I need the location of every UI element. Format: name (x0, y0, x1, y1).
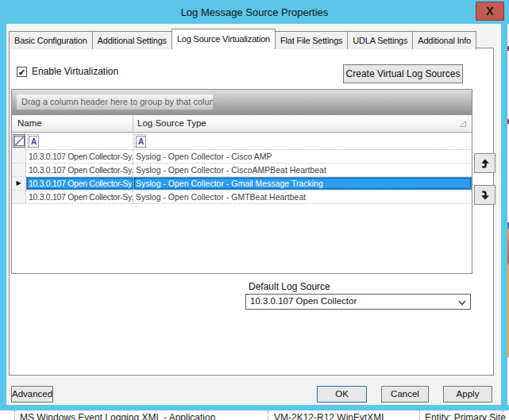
background-column-separator (503, 410, 503, 420)
ok-button[interactable]: OK (317, 386, 367, 403)
apply-button[interactable]: Apply (443, 386, 492, 403)
group-by-hint: Drag a column header here to group by th… (17, 94, 213, 110)
advanced-button[interactable]: Advanced (11, 386, 53, 403)
close-icon: X (486, 5, 493, 17)
tab-log-source-virtualization[interactable]: Log Source Virtualization (172, 29, 276, 49)
background-host-path: VM-2K12-R12 WinEvtXML (274, 412, 387, 420)
row-selector[interactable] (12, 164, 26, 176)
tab-basic-configuration[interactable]: Basic Configuration (9, 31, 93, 49)
dialog-titlebar[interactable]: Log Message Source Properties (0, 0, 509, 24)
sort-ascending-icon (460, 121, 466, 127)
group-by-bar[interactable]: Drag a column header here to group by th… (12, 90, 472, 115)
row-selector[interactable] (12, 191, 26, 203)
name-text-filter-icon[interactable]: A (27, 134, 39, 148)
column-header-name[interactable]: Name (17, 118, 42, 128)
current-row-marker-icon[interactable]: ▶ (12, 177, 26, 190)
dialog-border-right (501, 24, 507, 405)
arrow-down-icon (479, 190, 492, 201)
background-column-separator (268, 410, 268, 420)
tab-flat-file-settings[interactable]: Flat File Settings (275, 31, 348, 49)
row-log-source-type-cell[interactable]: Syslog - Open Collector - CiscoAMPBeat H… (133, 164, 472, 176)
close-button[interactable]: X (476, 2, 504, 21)
row-name-cell[interactable]: 10.3.0.107 Open Collector-Sy... (26, 191, 133, 203)
row-name-cell[interactable]: 10.3.0.107 Open Collector-Sy... (26, 150, 133, 163)
row-log-source-type-cell[interactable]: Syslog - Open Collector - GMTBeat Heartb… (133, 191, 472, 203)
move-down-button[interactable] (474, 185, 496, 205)
dialog-border-bottom (0, 405, 509, 410)
log-source-row[interactable]: 10.3.0.107 Open Collector-Sy...Syslog - … (12, 191, 472, 204)
background-column-separator (419, 410, 420, 420)
dialog-title: Log Message Source Properties (181, 6, 329, 18)
tab-additional-settings[interactable]: Additional Settings (92, 31, 172, 49)
log-source-row[interactable]: 10.3.0.107 Open Collector-Sy...Syslog - … (12, 164, 472, 177)
move-up-button[interactable] (474, 153, 496, 173)
default-log-source-value: 10.3.0.107 Open Collector (250, 296, 357, 306)
row-log-source-type-cell[interactable]: Syslog - Open Collector - Cisco AMP (133, 150, 472, 163)
background-log-source-type: MS Windows Event Logging XML - Applicati… (20, 412, 215, 420)
default-log-source-dropdown[interactable]: 10.3.0.107 Open Collector (245, 294, 471, 310)
row-name-cell[interactable]: 10.3.0.107 Open Collector-Sy... (26, 164, 133, 176)
background-entity: Entity: Primary Site Host (425, 412, 509, 420)
create-virtual-log-sources-button[interactable]: Create Virtual Log Sources (343, 64, 463, 83)
tab-strip: Basic ConfigurationAdditional SettingsLo… (9, 29, 476, 49)
log-source-row[interactable]: ▶10.3.0.107 Open Collector-Sy...Syslog -… (12, 177, 472, 191)
arrow-up-icon (479, 158, 492, 169)
chevron-down-icon (457, 298, 467, 307)
grid-header-row: Name Log Source Type (12, 115, 472, 133)
virtual-log-sources-grid: Drag a column header here to group by th… (11, 89, 472, 274)
filter-row-selector-cell (12, 133, 25, 150)
row-log-source-type-cell[interactable]: Syslog - Open Collector - Gmail Message … (133, 177, 472, 190)
background-grid-row: MS Windows Event Logging XML - Applicati… (0, 412, 509, 420)
tab-additional-info[interactable]: Additional Info (412, 31, 476, 49)
type-text-filter-icon[interactable]: A (134, 134, 146, 148)
row-selector[interactable] (12, 150, 26, 163)
tab-udla-settings[interactable]: UDLA Settings (347, 31, 413, 49)
default-log-source-label: Default Log Source (249, 281, 330, 292)
dialog-border-left (0, 24, 6, 405)
grid-filter-row: A A (12, 133, 472, 150)
column-divider[interactable] (133, 115, 133, 133)
enable-virtualization-checkbox[interactable]: ✔ (17, 67, 27, 77)
column-header-log-source-type[interactable]: Log Source Type (137, 118, 206, 128)
filter-column-divider (133, 133, 133, 150)
row-name-cell[interactable]: 10.3.0.107 Open Collector-Sy... (26, 177, 133, 190)
grid-rows: 10.3.0.107 Open Collector-Sy...Syslog - … (12, 150, 472, 204)
cancel-button[interactable]: Cancel (381, 386, 429, 403)
enable-virtualization-label: Enable Virtualization (32, 66, 118, 77)
background-column-separator (14, 410, 15, 420)
log-source-row[interactable]: 10.3.0.107 Open Collector-Sy...Syslog - … (12, 150, 472, 164)
filter-disabled-icon[interactable] (13, 134, 25, 148)
